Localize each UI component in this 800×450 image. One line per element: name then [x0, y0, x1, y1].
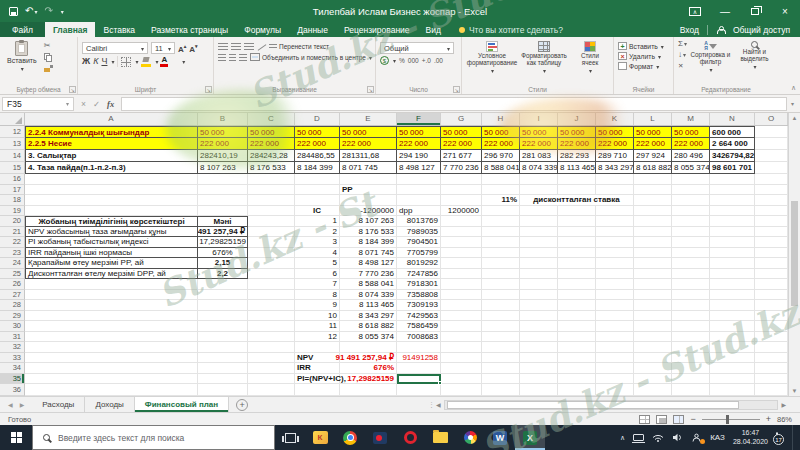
cell-H20[interactable] [482, 216, 520, 227]
cell-B23[interactable]: 676% [198, 248, 248, 259]
cell-I21[interactable] [520, 227, 558, 238]
action-center-button[interactable]: 17 [776, 433, 778, 442]
cell-D16[interactable] [295, 174, 340, 185]
cell-B21[interactable]: 91 491 257,94 ₽ [198, 227, 248, 238]
cell-N23[interactable] [710, 248, 755, 259]
vertical-scroll-thumb[interactable] [791, 201, 798, 306]
cell-A21[interactable]: NPV жобасының таза ағымдағы құны [25, 227, 198, 238]
cell-D24[interactable]: 5 [295, 258, 340, 269]
cell-O15[interactable] [755, 162, 788, 174]
row-header-29[interactable]: 29 [0, 311, 25, 322]
cell-O26[interactable] [755, 279, 788, 290]
cell-K26[interactable] [596, 279, 634, 290]
column-header-K[interactable]: K [596, 113, 634, 125]
cell-J12[interactable]: 50 000 [558, 126, 596, 138]
cell-A25[interactable]: Дисконтталған өтелу мерзімі DPP, ай [25, 269, 198, 280]
cell-E17[interactable]: PP [340, 185, 397, 196]
conditional-formatting-button[interactable]: Условное форматирование▾ [466, 40, 518, 75]
cell-O35[interactable] [755, 374, 788, 385]
cell-L29[interactable] [634, 311, 672, 322]
sheet-tab[interactable]: Доходы [85, 397, 134, 412]
cell-N22[interactable] [710, 237, 755, 248]
percent-style-icon[interactable]: % [399, 57, 405, 64]
cell-O14[interactable] [755, 150, 788, 162]
cell-N32[interactable] [710, 342, 755, 353]
sheet-tab[interactable]: Финансовый план [135, 397, 229, 412]
align-center-icon[interactable] [229, 54, 237, 61]
cell-L13[interactable]: 222 000 [634, 138, 672, 150]
column-header-J[interactable]: J [558, 113, 596, 125]
cell-N27[interactable] [710, 290, 755, 301]
ribbon-tab[interactable]: Вставка [95, 22, 143, 37]
cell-O27[interactable] [755, 290, 788, 301]
cell-O29[interactable] [755, 311, 788, 322]
cell-D15[interactable]: 8 184 399 [295, 162, 340, 174]
new-sheet-button[interactable]: + [236, 399, 248, 411]
cell-E31[interactable]: 8 055 374 [340, 332, 397, 343]
cell-C28[interactable] [248, 300, 295, 311]
bold-button[interactable]: Ж [82, 57, 90, 66]
cell-M21[interactable] [672, 227, 710, 238]
cell-E28[interactable]: 8 113 465 [340, 300, 397, 311]
row-header-18[interactable]: 18 [0, 195, 25, 206]
align-top-icon[interactable] [218, 43, 228, 50]
cell-H15[interactable]: 8 588 041 [482, 162, 520, 174]
cell-F12[interactable]: 50 000 [397, 126, 441, 138]
cell-E26[interactable]: 8 588 041 [340, 279, 397, 290]
cell-N33[interactable] [710, 353, 755, 364]
cell-B12[interactable]: 50 000 [198, 126, 248, 138]
cell-O24[interactable] [755, 258, 788, 269]
undo-icon[interactable]: ↶▾ [25, 6, 37, 16]
cell-H32[interactable] [482, 342, 520, 353]
ribbon-tab[interactable]: Данные [289, 22, 336, 37]
cell-K21[interactable] [596, 227, 634, 238]
cell-N35[interactable] [710, 374, 755, 385]
orientation-icon[interactable] [257, 42, 266, 51]
cell-B13[interactable]: 222 000 [198, 138, 248, 150]
cell-D35[interactable]: PI=(NPV+IC), [295, 374, 340, 385]
cell-E22[interactable]: 8 184 399 [340, 237, 397, 248]
row-header-19[interactable]: 19 [0, 206, 25, 217]
horizontal-scroll-thumb[interactable] [447, 401, 740, 409]
cell-L32[interactable] [634, 342, 672, 353]
cell-C26[interactable] [248, 279, 295, 290]
cell-K15[interactable]: 8 343 297 [596, 162, 634, 174]
cell-N15[interactable]: 98 601 701 [710, 162, 755, 174]
cell-J27[interactable] [558, 290, 596, 301]
cell-O20[interactable] [755, 216, 788, 227]
cell-L24[interactable] [634, 258, 672, 269]
device-icon[interactable] [633, 434, 644, 441]
row-header-25[interactable]: 25 [0, 269, 25, 280]
cell-H31[interactable] [482, 332, 520, 343]
cell-K36[interactable] [596, 384, 634, 396]
row-header-24[interactable]: 24 [0, 258, 25, 269]
cell-L36[interactable] [634, 384, 672, 396]
cell-N30[interactable] [710, 321, 755, 332]
cell-I15[interactable]: 8 074 339 [520, 162, 558, 174]
cell-N26[interactable] [710, 279, 755, 290]
column-header-N[interactable]: N [710, 113, 755, 125]
cell-J16[interactable] [558, 174, 596, 185]
cell-B22[interactable]: 17,29825159 [198, 237, 248, 248]
cell-A27[interactable] [25, 290, 198, 301]
borders-icon[interactable] [121, 57, 131, 67]
cell-C18[interactable] [248, 195, 295, 206]
cell-H34[interactable] [482, 363, 520, 374]
cell-M31[interactable] [672, 332, 710, 343]
cell-L20[interactable] [634, 216, 672, 227]
clock[interactable]: 16:47 28.04.2020 [733, 429, 768, 446]
save-icon[interactable] [9, 7, 18, 16]
cell-L22[interactable] [634, 237, 672, 248]
cell-G20[interactable] [441, 216, 482, 227]
cell-J34[interactable] [558, 363, 596, 374]
cell-F16[interactable] [397, 174, 441, 185]
cell-M32[interactable] [672, 342, 710, 353]
cell-I19[interactable] [520, 206, 558, 217]
row-header-16[interactable]: 16 [0, 174, 25, 185]
cell-L33[interactable] [634, 353, 672, 364]
wifi-icon[interactable] [652, 433, 664, 442]
tell-me-box[interactable]: Что вы хотите сделать? [459, 22, 563, 37]
page-break-view-icon[interactable] [673, 415, 684, 424]
cell-D13[interactable]: 222 000 [295, 138, 340, 150]
column-header-I[interactable]: I [520, 113, 558, 125]
